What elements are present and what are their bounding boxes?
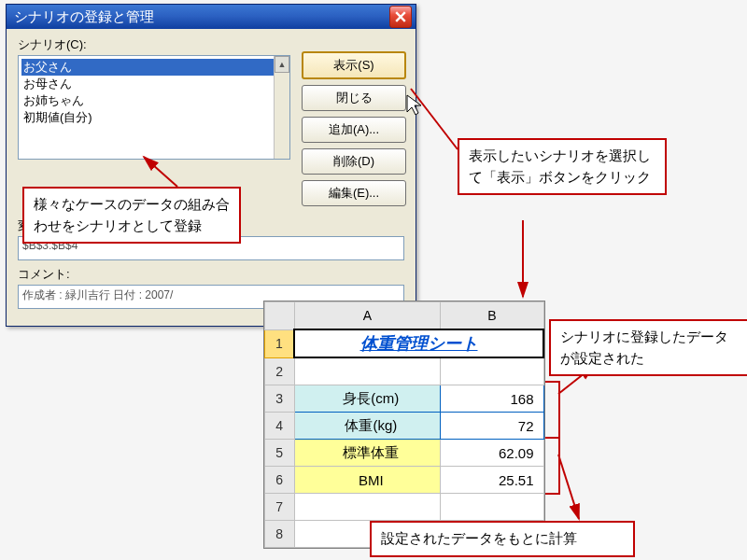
cell[interactable]: 62.09: [441, 440, 543, 467]
cell[interactable]: 25.51: [441, 467, 543, 494]
row-header[interactable]: 4: [265, 413, 295, 440]
cell[interactable]: 72: [441, 413, 543, 440]
row-header[interactable]: 6: [265, 467, 295, 494]
bracket-output: [545, 437, 560, 495]
bracket-input: [545, 381, 560, 439]
cell-title[interactable]: 体重管理シート: [294, 329, 543, 357]
cell[interactable]: [441, 357, 543, 385]
cell[interactable]: 168: [441, 385, 543, 413]
spreadsheet: A B 1 体重管理シート 2 3 身長(cm) 168 4 体重(kg) 72…: [263, 301, 545, 549]
row-header[interactable]: 7: [265, 494, 295, 521]
cell[interactable]: BMI: [294, 467, 441, 494]
dialog-titlebar[interactable]: シナリオの登録と管理: [7, 5, 416, 29]
list-item[interactable]: お姉ちゃん: [21, 92, 287, 109]
cell[interactable]: [294, 357, 441, 385]
svg-line-4: [558, 455, 579, 519]
scenario-list-label: シナリオ(C):: [18, 36, 290, 53]
cell[interactable]: [441, 494, 543, 521]
callout-set: シナリオに登録したデータが設定された: [549, 319, 747, 376]
col-header-a[interactable]: A: [294, 302, 441, 330]
add-button[interactable]: 追加(A)...: [302, 117, 406, 143]
sheet-corner[interactable]: [265, 302, 295, 330]
row-header[interactable]: 1: [265, 329, 295, 357]
row-header[interactable]: 3: [265, 385, 295, 413]
cell[interactable]: 身長(cm): [294, 385, 441, 413]
delete-button[interactable]: 削除(D): [302, 148, 406, 175]
scenario-listbox[interactable]: お父さん お母さん お姉ちゃん 初期値(自分) ▲: [18, 55, 290, 160]
cell[interactable]: 体重(kg): [294, 413, 441, 440]
scenario-manager-dialog: シナリオの登録と管理 シナリオ(C): お父さん お母さん お姉ちゃん 初期値(…: [6, 4, 416, 327]
cursor-icon: [405, 93, 424, 118]
row-header[interactable]: 5: [265, 440, 295, 467]
comment-label: コメント:: [18, 266, 404, 283]
callout-calc: 設定されたデータをもとに計算: [370, 521, 635, 557]
row-header[interactable]: 2: [265, 357, 295, 385]
callout-scenarios: 様々なケースのデータの組み合わせをシナリオとして登録: [22, 187, 241, 244]
row-header[interactable]: 8: [265, 521, 295, 548]
callout-show: 表示したいシナリオを選択して「表示」ボタンをクリック: [458, 138, 667, 195]
show-button[interactable]: 表示(S): [302, 51, 406, 79]
list-item[interactable]: お父さん: [21, 59, 287, 76]
dialog-title: シナリオの登録と管理: [14, 8, 154, 26]
list-item[interactable]: 初期値(自分): [21, 109, 287, 126]
cell[interactable]: 標準体重: [294, 440, 441, 467]
cell[interactable]: [294, 494, 441, 521]
close-button[interactable]: 閉じる: [302, 85, 406, 111]
close-icon[interactable]: [389, 6, 412, 28]
list-item[interactable]: お母さん: [21, 76, 287, 92]
scrollbar[interactable]: ▲: [274, 56, 289, 159]
scroll-up-icon[interactable]: ▲: [275, 56, 289, 73]
col-header-b[interactable]: B: [441, 302, 543, 330]
edit-button[interactable]: 編集(E)...: [302, 180, 406, 206]
